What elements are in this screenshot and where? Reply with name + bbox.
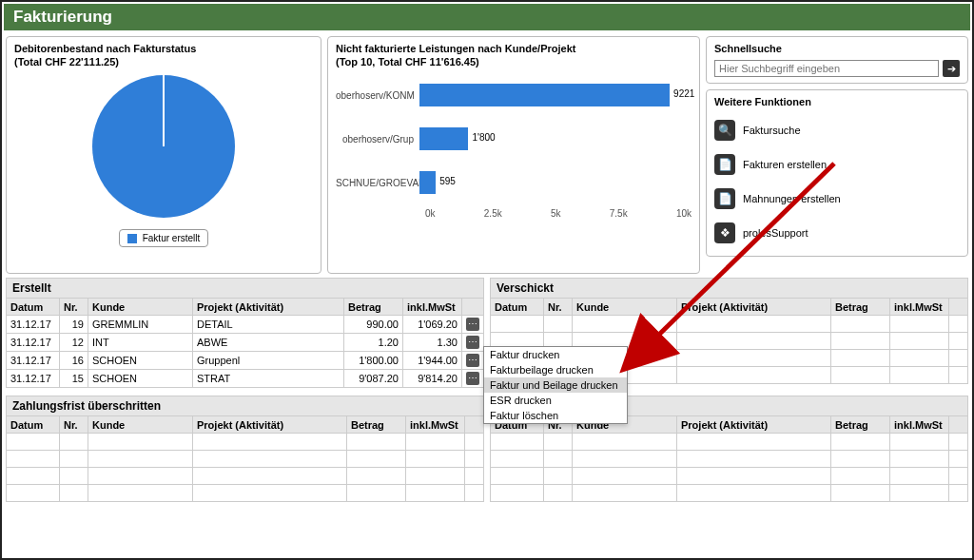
document-plus-icon: 📄 <box>714 154 735 175</box>
document-alert-icon: 📄 <box>714 188 735 209</box>
table-row[interactable]: 31.12.1712INTABWE1.201.30⋯ <box>7 334 484 352</box>
magnifier-icon: 🔍 <box>714 120 735 141</box>
row-actions-button[interactable]: ⋯ <box>466 372 479 385</box>
arrow-right-icon: ➔ <box>947 63 956 75</box>
bar-label: oberhoserv/KONM <box>336 90 419 101</box>
pie-legend[interactable]: Faktur erstellt <box>119 229 209 247</box>
table-row[interactable]: 31.12.1719GREMMLINDETAIL990.001'069.20⋯ <box>7 316 484 334</box>
pie-legend-label: Faktur erstellt <box>143 233 201 243</box>
row-actions-button[interactable]: ⋯ <box>466 336 479 349</box>
pie-chart[interactable] <box>92 75 235 218</box>
panel-debitoren: Debitorenbestand nach Fakturstatus (Tota… <box>6 36 321 274</box>
search-input[interactable] <box>714 60 939 77</box>
menu-faktur-loeschen[interactable]: Faktur löschen <box>484 408 627 423</box>
section-erstellt: Erstellt <box>6 278 484 298</box>
legend-swatch-icon <box>127 234 137 243</box>
menu-faktur-und-beilage-drucken[interactable]: Faktur und Beilage drucken <box>484 377 627 393</box>
panel-nf-title: Nicht fakturierte Leistungen nach Kunde/… <box>336 43 692 54</box>
section-verschickt: Verschickt <box>490 278 968 298</box>
search-go-button[interactable]: ➔ <box>943 60 960 77</box>
panel-nf-subtitle: (Top 10, Total CHF 11'616.45) <box>336 56 692 68</box>
menu-esr-drucken[interactable]: ESR drucken <box>484 393 627 408</box>
page-title: Fakturierung <box>4 4 970 30</box>
table-erstellt: DatumNr.KundeProjekt (Aktivität)Betragin… <box>6 298 484 388</box>
support-icon: ❖ <box>714 222 735 243</box>
table-ueberschritten: DatumNr.KundeProjekt (Aktivität)Betragin… <box>6 415 484 502</box>
weitere-funktionen-title: Weitere Funktionen <box>714 96 960 107</box>
panel-debitoren-subtitle: (Total CHF 22'111.25) <box>14 56 313 68</box>
func-faktursuche[interactable]: 🔍 Faktursuche <box>714 113 960 147</box>
func-mahnungen-erstellen[interactable]: 📄 Mahnungen erstellen <box>714 182 960 216</box>
schnellsuche-title: Schnellsuche <box>714 43 960 54</box>
bar-chart[interactable]: oberhoserv/KONM 9221 oberhoserv/Grup 1'8… <box>336 77 692 243</box>
row-actions-button[interactable]: ⋯ <box>466 354 479 367</box>
bar-label: SCHNUE/GROEVAL <box>336 178 419 188</box>
menu-faktur-drucken[interactable]: Faktur drucken <box>484 347 627 362</box>
table-header: DatumNr.KundeProjekt (Aktivität)Betragin… <box>7 299 484 316</box>
table-header: DatumNr.KundeProjekt (Aktivität)Betragin… <box>491 299 968 316</box>
panel-debitoren-title: Debitorenbestand nach Fakturstatus <box>14 43 313 54</box>
table-row[interactable]: 31.12.1716SCHOENGruppenl1'800.001'944.00… <box>7 352 484 370</box>
func-fakturen-erstellen[interactable]: 📄 Fakturen erstellen <box>714 147 960 182</box>
row-context-menu[interactable]: Faktur drucken Fakturbeilage drucken Fak… <box>483 346 628 424</box>
row-actions-button[interactable]: ⋯ <box>466 318 479 331</box>
panel-nicht-fakturiert: Nicht fakturierte Leistungen nach Kunde/… <box>327 36 700 274</box>
table-mahnprozess: DatumNr.KundeProjekt (Aktivität)Betragin… <box>490 415 968 502</box>
bar-label: oberhoserv/Grup <box>336 134 419 145</box>
panel-schnellsuche: Schnellsuche ➔ <box>706 36 968 84</box>
func-prolessupport[interactable]: ❖ prolesSupport <box>714 216 960 250</box>
section-ueberschritten: Zahlungsfrist überschritten <box>6 396 484 415</box>
table-row[interactable]: 31.12.1715SCHOENSTRAT9'087.209'814.20⋯ <box>7 370 484 388</box>
menu-fakturbeilage-drucken[interactable]: Fakturbeilage drucken <box>484 362 627 377</box>
panel-weitere-funktionen: Weitere Funktionen 🔍 Faktursuche 📄 Faktu… <box>706 89 968 257</box>
